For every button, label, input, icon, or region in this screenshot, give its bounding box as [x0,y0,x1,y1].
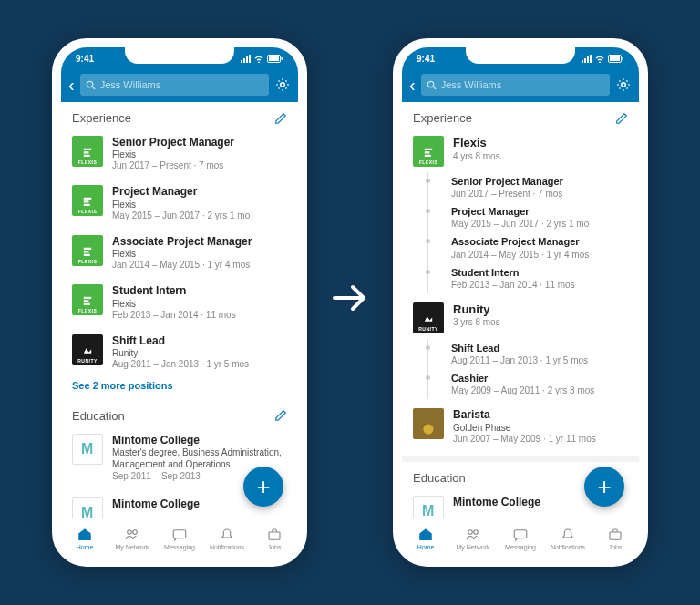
signal-icon [241,55,251,63]
search-icon [86,80,96,90]
nav-people[interactable]: My Network [449,518,497,558]
nav-label: Home [417,544,435,550]
timeline-dot [426,345,430,350]
svg-point-6 [128,529,132,534]
grouped-role[interactable]: Project Manager May 2015 – Jun 2017 · 2 … [402,206,639,236]
job-title: Project Manager [112,185,287,198]
status-time: 9:41 [76,54,94,64]
experience-item[interactable]: FLEXIS Senior Project Manager Flexis Jun… [61,130,298,179]
experience-item[interactable]: FLEXIS Student Intern Flexis Feb 2013 – … [61,279,298,328]
grouped-role[interactable]: Associate Project Manager Jan 2014 – May… [402,236,639,266]
nav-home[interactable]: Home [61,518,108,558]
experience-item[interactable]: RUNITY Shift Lead Runity Aug 2011 – Jan … [61,329,298,378]
job-dates: Aug 2011 – Jan 2013 · 1 yr 5 mos [112,359,287,369]
svg-rect-12 [610,56,620,61]
nav-label: Messaging [505,544,536,550]
golden-logo [413,408,444,439]
education-header: Education [61,400,298,428]
grouped-role[interactable]: Senior Project Manager Jun 2017 – Presen… [402,176,639,206]
gear-icon[interactable] [615,77,632,93]
briefcase-icon [607,527,623,543]
role-title: Cashier [451,373,628,385]
flexis-logo: FLEXIS [72,284,103,315]
bell-icon [560,527,576,543]
nav-people[interactable]: My Network [108,518,156,558]
svg-point-3 [87,81,92,87]
grouped-role[interactable]: Cashier May 2009 – Aug 2011 · 2 yrs 3 mo… [402,373,639,403]
svg-rect-20 [514,529,527,538]
fab-button[interactable]: + [584,467,624,507]
svg-point-16 [622,83,626,87]
company-group[interactable]: RUNITY Runity 3 yrs 8 mos [402,297,639,343]
school-name: Mintome College [112,434,287,446]
timeline-dot [426,179,430,183]
nav-label: My Network [116,544,149,550]
job-company: Runity [112,348,287,358]
nav-label: My Network [457,544,490,550]
job-title: Barista [453,408,628,421]
experience-item[interactable]: FLEXIS Associate Project Manager Flexis … [61,230,298,279]
company-duration: 3 yrs 8 mos [453,317,628,327]
experience-list-left: FLEXIS Senior Project Manager Flexis Jun… [61,130,298,378]
job-dates: Jan 2014 – May 2015 · 1 yr 4 mos [112,260,287,270]
arrow-icon [329,277,371,328]
role-dates: Feb 2013 – Jan 2014 · 11 mos [451,280,628,290]
nav-home[interactable]: Home [402,518,449,558]
role-title: Project Manager [451,206,628,218]
wifi-icon [594,55,605,63]
role-title: Associate Project Manager [451,236,628,248]
mintome-logo: M [72,434,103,465]
search-input[interactable]: Jess Williams [421,74,610,96]
nav-briefcase[interactable]: Jobs [592,518,639,558]
svg-rect-21 [610,532,621,539]
role-title: Senior Project Manager [451,176,628,188]
back-button[interactable]: ‹ [409,76,416,94]
job-dates: Jun 2007 – May 2009 · 1 yr 11 mos [453,434,628,444]
section-title: Education [72,409,125,423]
experience-item[interactable]: FLEXIS Project Manager Flexis May 2015 –… [61,179,298,229]
gear-icon[interactable] [274,77,291,93]
see-more-link[interactable]: See 2 more positions [61,378,298,400]
notch [466,47,575,64]
pencil-icon[interactable] [274,409,287,422]
fab-button[interactable]: + [243,467,283,507]
search-value: Jess Williams [441,79,502,90]
role-dates: Jan 2014 – May 2015 · 1 yr 4 mos [451,250,628,260]
svg-rect-2 [282,57,283,60]
grouped-role[interactable]: Student Intern Feb 2013 – Jan 2014 · 11 … [402,267,639,297]
experience-header: Experience [402,102,639,130]
timeline-dot [426,239,430,243]
grouped-role[interactable]: Shift Lead Aug 2011 – Jan 2013 · 1 yr 5 … [402,343,639,373]
scroll-area[interactable]: Experience FLEXIS Flexis 4 yrs 8 mos Sen… [402,102,639,521]
navbar-right: Home My Network Messaging Notifications … [402,518,639,558]
role-title: Shift Lead [451,343,628,354]
nav-message[interactable]: Messaging [156,518,203,558]
svg-point-14 [427,81,433,87]
search-input[interactable]: Jess Williams [80,74,269,96]
experience-header: Experience [61,102,298,130]
section-title: Experience [413,111,472,125]
nav-bell[interactable]: Notifications [203,518,251,558]
wifi-icon [253,55,264,63]
back-button[interactable]: ‹ [68,76,75,94]
company-group[interactable]: FLEXIS Flexis 4 yrs 8 mos [402,130,639,176]
experience-item[interactable]: Barista Golden Phase Jun 2007 – May 2009… [402,403,639,452]
scroll-area[interactable]: Experience FLEXIS Senior Project Manager… [61,102,298,521]
job-title: Associate Project Manager [112,235,287,248]
job-company: Flexis [112,249,287,259]
flexis-logo: FLEXIS [72,185,103,216]
role-dates: Jun 2017 – Present · 7 mos [451,189,628,199]
phone-left: 9:41 ‹ Jess Williams Experience FLEXIS S… [52,38,307,567]
status-icons [582,55,624,63]
nav-message[interactable]: Messaging [497,518,544,558]
nav-briefcase[interactable]: Jobs [251,518,298,558]
svg-rect-9 [269,532,280,539]
pencil-icon[interactable] [274,112,287,125]
nav-bell[interactable]: Notifications [544,518,592,558]
nav-label: Home [77,544,94,550]
bell-icon [219,527,235,543]
phone-right: 9:41 ‹ Jess Williams Experience FLEXIS F… [393,38,648,567]
pencil-icon[interactable] [615,112,628,125]
svg-point-17 [423,425,433,435]
people-icon [124,527,140,543]
